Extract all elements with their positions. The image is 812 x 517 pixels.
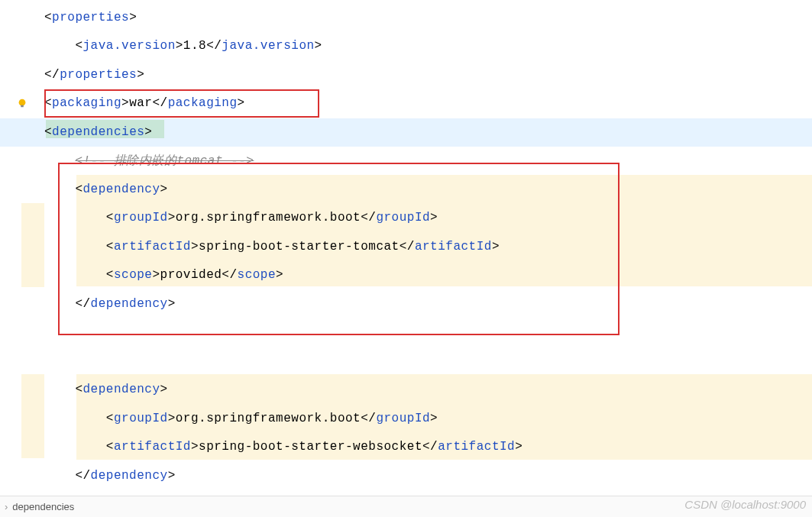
xml-tag: java.version <box>222 39 314 53</box>
code-line[interactable]: <java.version>1.8</java.version> <box>0 32 812 61</box>
xml-tag: artifactId <box>438 440 515 454</box>
xml-tag: groupId <box>376 412 430 425</box>
code-line[interactable]: </properties> <box>0 60 812 89</box>
svg-rect-1 <box>21 105 24 108</box>
xml-tag: properties <box>52 11 129 24</box>
code-line[interactable]: <dependencies> <box>0 118 812 147</box>
xml-text: org.springframework.boot <box>176 412 361 425</box>
svg-point-0 <box>19 99 26 106</box>
lightbulb-icon[interactable] <box>17 98 27 108</box>
code-line[interactable]: </dependency> <box>0 289 812 318</box>
xml-text: war <box>129 96 152 110</box>
xml-tag: properties <box>60 68 137 82</box>
code-line[interactable]: <!-- 排除内嵌的tomcat --> <box>0 147 812 176</box>
xml-text: spring-boot-starter-websocket <box>199 440 422 454</box>
xml-text: spring-boot-starter-tomcat <box>199 240 400 254</box>
code-line[interactable]: <artifactId>spring-boot-starter-tomcat</… <box>0 232 812 261</box>
xml-tag: dependency <box>91 469 168 483</box>
breadcrumb-item[interactable]: dependencies <box>12 501 74 512</box>
xml-tag: scope <box>114 268 153 282</box>
xml-text: provided <box>160 268 222 282</box>
code-line[interactable] <box>0 347 812 376</box>
code-line[interactable]: </dependency> <box>0 461 812 490</box>
xml-tag: dependencies <box>52 125 144 139</box>
xml-tag: artifactId <box>415 240 492 254</box>
chevron-right-icon: › <box>5 501 8 512</box>
xml-comment: <!-- 排除内嵌的tomcat --> <box>75 154 254 168</box>
code-line[interactable]: <scope>provided</scope> <box>0 261 812 290</box>
xml-tag: groupId <box>376 211 430 225</box>
code-line[interactable]: <properties> <box>0 3 812 32</box>
code-editor[interactable]: <properties> <java.version>1.8</java.ver… <box>0 0 812 490</box>
xml-tag: dependency <box>83 383 160 396</box>
xml-tag: dependency <box>91 297 168 311</box>
code-line[interactable]: <packaging>war</packaging> <box>0 89 812 118</box>
code-line[interactable]: <dependency> <box>0 175 812 204</box>
xml-tag: groupId <box>114 211 168 225</box>
watermark-text: CSDN @localhost:9000 <box>684 498 806 511</box>
xml-tag: scope <box>238 268 277 282</box>
xml-tag: artifactId <box>114 440 191 454</box>
code-line[interactable]: <groupId>org.springframework.boot</group… <box>0 404 812 433</box>
xml-text: org.springframework.boot <box>176 211 361 225</box>
xml-tag: java.version <box>83 39 176 53</box>
xml-tag: groupId <box>114 412 168 425</box>
xml-tag: packaging <box>168 96 238 110</box>
code-line[interactable] <box>0 318 812 347</box>
xml-tag: artifactId <box>114 240 191 254</box>
xml-tag: packaging <box>52 96 121 110</box>
xml-tag: dependency <box>83 183 160 196</box>
code-line[interactable]: <artifactId>spring-boot-starter-websocke… <box>0 433 812 462</box>
code-line[interactable]: <dependency> <box>0 376 812 405</box>
xml-text: 1.8 <box>183 39 206 53</box>
code-line[interactable]: <groupId>org.springframework.boot</group… <box>0 204 812 233</box>
